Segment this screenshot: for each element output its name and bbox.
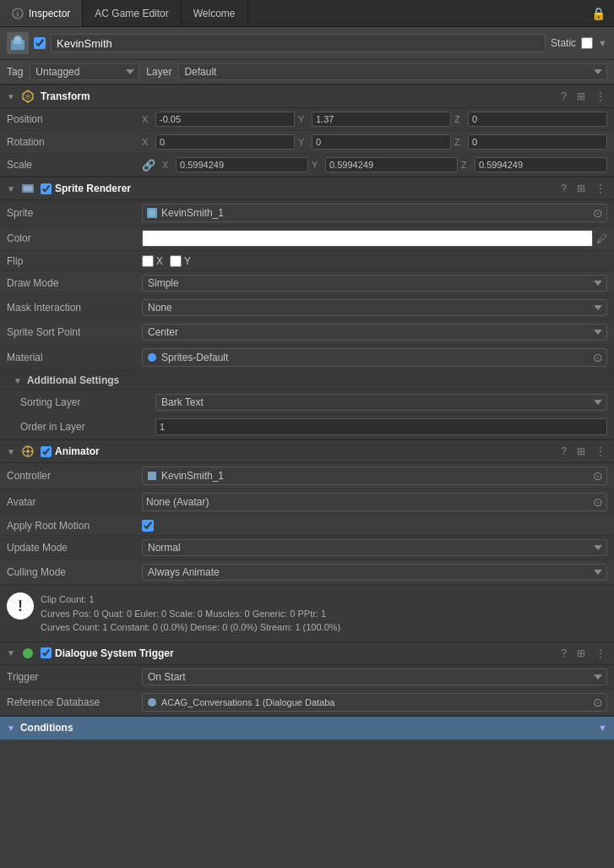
scale-y-input[interactable] — [325, 157, 458, 172]
transform-settings-btn[interactable]: ⊞ — [575, 90, 587, 102]
flip-y-checkbox[interactable] — [170, 255, 182, 267]
order-in-layer-input[interactable] — [155, 418, 607, 435]
rotation-y-input[interactable] — [312, 134, 451, 150]
sprite-sort-point-select[interactable]: Center — [142, 324, 607, 341]
sprite-renderer-enabled-checkbox[interactable] — [41, 183, 52, 194]
culling-mode-select[interactable]: Always Animate — [142, 564, 607, 581]
lock-icon[interactable]: 🔒 — [583, 7, 614, 20]
animator-info-text: Clip Count: 1 Curves Pos: 0 Quat: 0 Eule… — [41, 592, 340, 635]
apply-root-motion-checkbox[interactable] — [142, 520, 154, 532]
controller-select-btn[interactable]: ⊙ — [593, 469, 603, 483]
conditions-row[interactable]: ▼ Conditions ▼ — [0, 716, 614, 740]
transform-section-header[interactable]: ▼ Transform ? ⊞ ⋮ — [0, 85, 614, 108]
position-z-input[interactable] — [468, 112, 607, 127]
sprite-renderer-icon — [20, 181, 35, 196]
animator-menu-btn[interactable]: ⋮ — [594, 445, 607, 457]
controller-icon — [146, 470, 158, 482]
reference-database-select-btn[interactable]: ⊙ — [593, 696, 603, 709]
layer-select[interactable]: Default — [178, 63, 607, 80]
svg-point-8 — [149, 210, 155, 216]
flip-x-checkbox[interactable] — [142, 255, 154, 267]
material-select-btn[interactable]: ⊙ — [593, 351, 603, 364]
dialogue-system-menu-btn[interactable]: ⋮ — [594, 647, 607, 659]
animator-title: Animator — [55, 445, 559, 457]
color-field[interactable] — [142, 230, 593, 247]
controller-value: KevinSmith_1 — [161, 470, 590, 482]
svg-text:i: i — [17, 10, 19, 19]
tab-inspector[interactable]: i Inspector — [0, 0, 83, 26]
rotation-label: Rotation — [7, 136, 142, 148]
scale-xyz: 🔗 X Y Z — [142, 157, 607, 172]
scale-z-label: Z — [461, 160, 471, 170]
object-active-checkbox[interactable] — [34, 37, 46, 49]
svg-point-17 — [148, 698, 156, 707]
rotation-z-input[interactable] — [468, 134, 607, 150]
update-mode-label: Update Mode — [7, 542, 142, 554]
controller-field[interactable]: KevinSmith_1 ⊙ — [142, 467, 607, 485]
avatar-field[interactable]: None (Avatar) ⊙ — [142, 493, 607, 511]
scale-x-input[interactable] — [176, 157, 308, 172]
culling-mode-row: Culling Mode Always Animate — [0, 560, 614, 585]
trigger-select[interactable]: On Start — [142, 669, 607, 685]
tag-label: Tag — [7, 66, 23, 78]
mask-interaction-label: Mask Interaction — [7, 302, 142, 314]
info-curves-pos: Curves Pos: 0 Quat: 0 Euler: 0 Scale: 0 … — [41, 607, 340, 621]
rotation-y-label: Y — [298, 137, 308, 147]
scale-lock-icon[interactable]: 🔗 — [142, 159, 155, 172]
sorting-layer-select[interactable]: Bark Text — [155, 394, 607, 411]
rotation-x-input[interactable] — [155, 134, 295, 150]
mask-interaction-row: Mask Interaction None — [0, 296, 614, 320]
conditions-dropdown-arrow[interactable]: ▼ — [598, 723, 607, 733]
transform-help-btn[interactable]: ? — [559, 90, 568, 102]
draw-mode-select[interactable]: Simple — [142, 275, 607, 292]
sprite-value: KevinSmith_1 — [161, 207, 590, 219]
update-mode-row: Update Mode Normal — [0, 536, 614, 560]
rotation-xyz: X Y Z — [142, 134, 607, 150]
tag-select[interactable]: Untagged — [30, 63, 139, 80]
avatar-select-btn[interactable]: ⊙ — [593, 495, 603, 509]
color-eyedropper-icon[interactable]: 🖊 — [596, 232, 607, 245]
order-in-layer-row: Order in Layer — [0, 415, 614, 439]
sprite-renderer-menu-btn[interactable]: ⋮ — [594, 183, 607, 194]
additional-settings-title: Additional Settings — [27, 374, 119, 386]
mask-interaction-select[interactable]: None — [142, 299, 607, 316]
position-y-input[interactable] — [312, 112, 451, 127]
scale-z-input[interactable] — [475, 157, 607, 172]
transform-icon — [20, 89, 35, 104]
flip-x-item: X — [142, 255, 163, 267]
additional-settings-header[interactable]: ▼ Additional Settings — [0, 371, 614, 390]
info-exclamation-icon: ! — [7, 592, 34, 620]
sprite-field[interactable]: KevinSmith_1 ⊙ — [142, 204, 607, 222]
position-x-input[interactable] — [155, 112, 295, 127]
dialogue-system-help-btn[interactable]: ? — [559, 647, 568, 659]
tab-bar: i Inspector AC Game Editor Welcome 🔒 — [0, 0, 614, 27]
static-dropdown-arrow[interactable]: ▼ — [598, 38, 607, 48]
tab-ac-game-editor[interactable]: AC Game Editor — [83, 0, 181, 26]
update-mode-select[interactable]: Normal — [142, 539, 607, 556]
dialogue-system-enabled-checkbox[interactable] — [41, 647, 52, 658]
material-icon — [146, 352, 158, 363]
svg-rect-16 — [148, 472, 156, 480]
sprite-renderer-settings-btn[interactable]: ⊞ — [575, 183, 587, 194]
reference-database-field[interactable]: ACAG_Conversations 1 (Dialogue Databa ⊙ — [142, 693, 607, 712]
static-checkbox[interactable] — [581, 37, 593, 49]
sprite-select-btn[interactable]: ⊙ — [593, 206, 603, 220]
animator-help-btn[interactable]: ? — [559, 445, 568, 457]
rotation-row: Rotation X Y Z — [0, 131, 614, 154]
flip-label: Flip — [7, 255, 142, 267]
sorting-layer-label: Sorting Layer — [20, 396, 155, 408]
culling-mode-label: Culling Mode — [7, 566, 142, 578]
material-field[interactable]: Sprites-Default ⊙ — [142, 348, 607, 367]
dialogue-system-trigger-header[interactable]: ▼ Dialogue System Trigger ? ⊞ ⋮ — [0, 641, 614, 665]
transform-menu-btn[interactable]: ⋮ — [594, 90, 607, 102]
tab-welcome[interactable]: Welcome — [182, 0, 248, 26]
object-name-input[interactable] — [51, 34, 546, 52]
animator-section-header[interactable]: ▼ Animator ? ⊞ ⋮ — [0, 439, 614, 463]
animator-settings-btn[interactable]: ⊞ — [575, 445, 587, 457]
trigger-row: Trigger On Start — [0, 665, 614, 690]
sprite-renderer-help-btn[interactable]: ? — [559, 183, 568, 194]
sprite-renderer-section-header[interactable]: ▼ Sprite Renderer ? ⊞ ⋮ — [0, 177, 614, 200]
reference-database-icon — [146, 696, 158, 708]
animator-enabled-checkbox[interactable] — [41, 446, 52, 457]
dialogue-system-settings-btn[interactable]: ⊞ — [575, 647, 587, 659]
